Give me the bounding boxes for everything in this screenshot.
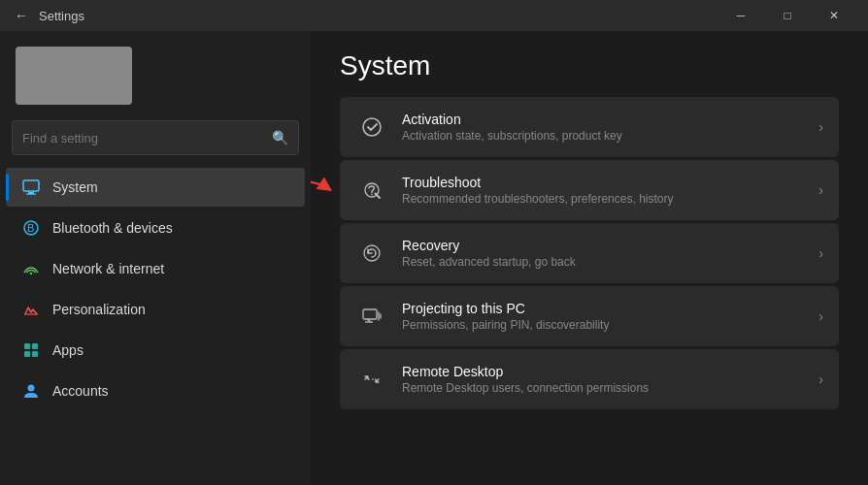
svg-rect-9 [24, 351, 30, 357]
svg-rect-10 [32, 351, 38, 357]
setting-item-activation[interactable]: Activation Activation state, subscriptio… [340, 97, 839, 157]
remote-desktop-icon [355, 363, 388, 396]
window-controls: ─ □ ✕ [718, 0, 856, 31]
svg-rect-8 [32, 343, 38, 349]
title-bar-text: Settings [39, 9, 84, 23]
system-icon [21, 178, 41, 197]
recovery-title: Recovery [402, 238, 805, 253]
projecting-title: Projecting to this PC [402, 301, 805, 316]
remote-desktop-text: Remote Desktop Remote Desktop users, con… [402, 364, 805, 395]
sidebar-item-accounts[interactable]: Accounts [6, 372, 305, 410]
troubleshoot-title: Troubleshoot [402, 175, 805, 190]
remote-desktop-title: Remote Desktop [402, 364, 805, 379]
search-input[interactable] [22, 131, 272, 146]
activation-desc: Activation state, subscriptions, product… [402, 129, 805, 143]
svg-rect-0 [23, 180, 39, 191]
sidebar-item-personalization[interactable]: Personalization [6, 290, 305, 329]
svg-point-5 [30, 273, 32, 275]
title-bar: ← Settings ─ □ ✕ [0, 0, 868, 31]
main-layout: 🔍 System B Bluetooth & devices [0, 31, 868, 485]
troubleshoot-text: Troubleshoot Recommended troubleshooters… [402, 175, 805, 206]
avatar [16, 47, 132, 105]
search-icon: 🔍 [272, 130, 288, 146]
sidebar: 🔍 System B Bluetooth & devices [0, 31, 311, 485]
accounts-icon [21, 381, 41, 401]
projecting-text: Projecting to this PC Permissions, pairi… [402, 301, 805, 332]
sidebar-label-personalization: Personalization [52, 302, 146, 317]
maximize-button[interactable]: □ [765, 0, 810, 31]
sidebar-label-system: System [52, 179, 98, 195]
svg-point-11 [28, 385, 35, 392]
troubleshoot-icon [355, 174, 388, 207]
sidebar-label-accounts: Accounts [52, 383, 109, 399]
setting-item-projecting[interactable]: Projecting to this PC Permissions, pairi… [340, 286, 839, 346]
activation-chevron: › [818, 119, 823, 135]
recovery-icon [355, 237, 388, 270]
activation-icon [355, 111, 388, 144]
svg-point-12 [363, 118, 381, 136]
personalization-icon [21, 300, 41, 319]
sidebar-item-system[interactable]: System [6, 168, 305, 207]
search-box[interactable]: 🔍 [12, 120, 299, 155]
activation-title: Activation [402, 112, 805, 127]
activation-text: Activation Activation state, subscriptio… [402, 112, 805, 143]
recovery-chevron: › [818, 245, 823, 261]
svg-point-16 [371, 194, 373, 196]
projecting-icon [355, 300, 388, 333]
recovery-desc: Reset, advanced startup, go back [402, 255, 805, 269]
sidebar-label-apps: Apps [52, 342, 83, 358]
settings-list: Activation Activation state, subscriptio… [340, 97, 839, 409]
sidebar-label-network: Network & internet [52, 261, 164, 276]
sidebar-item-bluetooth[interactable]: B Bluetooth & devices [6, 209, 305, 247]
setting-item-remote-desktop[interactable]: Remote Desktop Remote Desktop users, con… [340, 349, 839, 409]
svg-rect-18 [363, 309, 377, 319]
bluetooth-icon: B [21, 218, 41, 238]
remote-desktop-chevron: › [818, 372, 823, 387]
back-button[interactable]: ← [12, 6, 31, 25]
recovery-text: Recovery Reset, advanced startup, go bac… [402, 238, 805, 269]
troubleshoot-chevron: › [818, 182, 823, 198]
remote-desktop-desc: Remote Desktop users, connection permiss… [402, 381, 805, 395]
setting-item-troubleshoot[interactable]: Troubleshoot Recommended troubleshooters… [340, 160, 839, 220]
svg-text:B: B [27, 222, 34, 234]
page-title: System [340, 50, 839, 81]
content-area: System Activation Activation state, subs… [311, 31, 868, 485]
troubleshoot-desc: Recommended troubleshooters, preferences… [402, 192, 805, 206]
minimize-button[interactable]: ─ [718, 0, 763, 31]
sidebar-item-network[interactable]: Network & internet [6, 249, 305, 288]
setting-item-recovery[interactable]: Recovery Reset, advanced startup, go bac… [340, 223, 839, 283]
apps-icon [21, 340, 41, 360]
svg-rect-2 [26, 194, 36, 195]
projecting-chevron: › [818, 308, 823, 324]
close-button[interactable]: ✕ [812, 0, 856, 31]
network-icon [21, 259, 41, 278]
svg-rect-7 [24, 343, 30, 349]
projecting-desc: Permissions, pairing PIN, discoverabilit… [402, 318, 805, 332]
red-arrow-annotation [311, 174, 337, 208]
sidebar-label-bluetooth: Bluetooth & devices [52, 220, 173, 236]
sidebar-item-apps[interactable]: Apps [6, 331, 305, 370]
